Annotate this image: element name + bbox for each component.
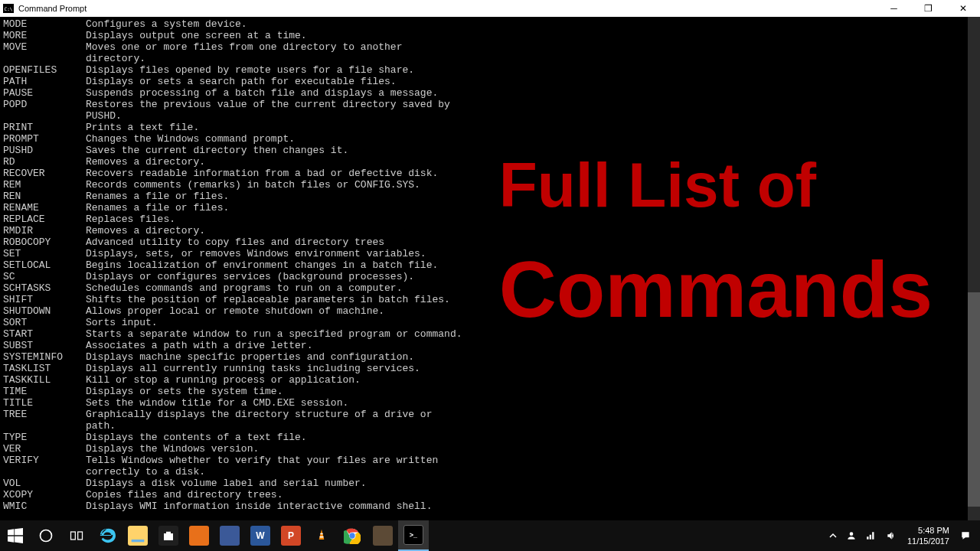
vertical-scrollbar[interactable]	[968, 17, 980, 520]
command-name: REN	[3, 191, 86, 202]
command-name: SORT	[3, 317, 86, 328]
command-description: Allows proper local or remote shutdown o…	[86, 305, 384, 317]
command-row: SETLOCALBegins localization of environme…	[3, 259, 977, 271]
minimize-button[interactable]: ─	[877, 0, 911, 17]
start-button[interactable]	[0, 520, 31, 551]
command-row: REMRecords comments (remarks) in batch f…	[3, 179, 977, 191]
powerpoint-button[interactable]: P	[276, 520, 306, 551]
edge-icon	[97, 526, 117, 546]
command-description: Displays a disk volume label and serial …	[86, 478, 367, 489]
command-name: VER	[3, 443, 86, 455]
command-description: Changes the Windows command prompt.	[86, 133, 295, 145]
command-row: SHUTDOWNAllows proper local or remote sh…	[3, 305, 977, 317]
command-row: MOREDisplays output one screen at a time…	[3, 30, 977, 41]
command-row: XCOPYCopies files and directory trees.	[3, 489, 977, 500]
word-icon: W	[250, 526, 270, 546]
command-description: Schedules commands and programs to run o…	[86, 282, 402, 294]
command-name: SYSTEMINFO	[3, 351, 86, 363]
chrome-button[interactable]	[337, 520, 368, 551]
command-description: Displays machine specific properties and…	[86, 351, 414, 363]
cmd-icon	[3, 4, 14, 13]
close-button[interactable]: ✕	[946, 0, 980, 17]
tray-network-icon[interactable]	[861, 530, 881, 541]
vlc-button[interactable]	[306, 520, 337, 551]
command-description: Restores the previous value of the curre…	[86, 99, 450, 110]
command-row: PATHDisplays or sets a search path for e…	[3, 76, 977, 87]
command-name: PUSHD	[3, 145, 86, 156]
cmd-taskbar-icon: >_	[403, 525, 423, 545]
command-description: Renames a file or files.	[86, 202, 229, 214]
app-editor-button[interactable]	[214, 520, 245, 551]
app-editor-icon	[220, 526, 240, 546]
command-name: RECOVER	[3, 168, 86, 179]
command-name	[3, 53, 86, 64]
command-description: Displays or configures services (backgro…	[86, 271, 414, 282]
command-description: Copies files and directory trees.	[86, 489, 283, 500]
command-description: Configures a system device.	[86, 18, 247, 30]
command-name: SC	[3, 271, 86, 282]
command-row: RECOVERRecovers readable information fro…	[3, 168, 977, 179]
command-row: SORTSorts input.	[3, 317, 977, 328]
command-row: STARTStarts a separate window to run a s…	[3, 328, 977, 340]
command-description: Advanced utility to copy files and direc…	[86, 236, 384, 248]
window-controls: ─ ❐ ✕	[877, 0, 980, 17]
command-name: TIME	[3, 386, 86, 397]
tray-clock[interactable]: 5:48 PM 11/15/2017	[901, 525, 956, 546]
command-row: SETDisplays, sets, or removes Windows en…	[3, 248, 977, 259]
command-name: WMIC	[3, 500, 86, 512]
command-row: TASKKILLKill or stop a running process o…	[3, 374, 977, 386]
svg-point-0	[41, 530, 52, 542]
tray-time: 5:48 PM	[907, 525, 949, 536]
command-description: Kill or stop a running process or applic…	[86, 374, 361, 386]
command-row: RENAMERenames a file or files.	[3, 202, 977, 214]
command-name: TYPE	[3, 432, 86, 443]
command-name: SHUTDOWN	[3, 305, 86, 317]
tray-chevron-icon[interactable]	[825, 532, 841, 540]
command-name: REPLACE	[3, 214, 86, 225]
file-explorer-button[interactable]	[122, 520, 153, 551]
command-row: PROMPTChanges the Windows command prompt…	[3, 133, 977, 145]
command-name: PROMPT	[3, 133, 86, 145]
gimp-button[interactable]	[368, 520, 398, 551]
app-orange-button[interactable]	[184, 520, 214, 551]
command-description: Displays output one screen at a time.	[86, 30, 307, 41]
command-row: VOLDisplays a disk volume label and seri…	[3, 478, 977, 489]
vlc-icon	[312, 526, 332, 546]
tray-people-icon[interactable]	[841, 530, 861, 541]
search-circle-icon	[38, 528, 54, 543]
tray-notifications-icon[interactable]	[956, 530, 975, 541]
command-name: PRINT	[3, 122, 86, 133]
command-description: Displays files opened by remote users fo…	[86, 64, 414, 76]
command-name: XCOPY	[3, 489, 86, 500]
gimp-icon	[373, 526, 393, 546]
command-row: PUSHD.	[3, 110, 977, 122]
command-description: Displays the contents of a text file.	[86, 432, 307, 443]
svg-point-4	[349, 533, 354, 538]
powerpoint-icon: P	[281, 526, 301, 546]
command-name: SHIFT	[3, 294, 86, 305]
task-view-icon	[69, 528, 84, 543]
edge-button[interactable]	[92, 520, 122, 551]
command-name: START	[3, 328, 86, 340]
command-description: Saves the current directory then changes…	[86, 145, 348, 156]
store-icon	[158, 526, 178, 546]
task-view-button[interactable]	[61, 520, 92, 551]
command-row: WMICDisplays WMI information inside inte…	[3, 500, 977, 512]
cmd-button[interactable]: >_	[398, 520, 429, 551]
command-name: TASKLIST	[3, 363, 86, 374]
command-row: MODEConfigures a system device.	[3, 18, 977, 30]
cortana-search-button[interactable]	[31, 520, 61, 551]
command-description: Prints a text file.	[86, 122, 199, 133]
store-button[interactable]	[153, 520, 184, 551]
maximize-button[interactable]: ❐	[911, 0, 946, 17]
word-button[interactable]: W	[245, 520, 276, 551]
command-description: Moves one or more files from one directo…	[86, 41, 402, 53]
chrome-icon	[342, 526, 362, 546]
scrollbar-thumb[interactable]	[968, 292, 980, 507]
command-description: Graphically displays the directory struc…	[86, 409, 432, 420]
command-name: TASKKILL	[3, 374, 86, 386]
tray-volume-icon[interactable]	[881, 530, 901, 541]
command-description: correctly to a disk.	[86, 466, 205, 478]
terminal-output[interactable]: MODEConfigures a system device.MOREDispl…	[0, 17, 980, 520]
command-description: Records comments (remarks) in batch file…	[86, 179, 420, 191]
